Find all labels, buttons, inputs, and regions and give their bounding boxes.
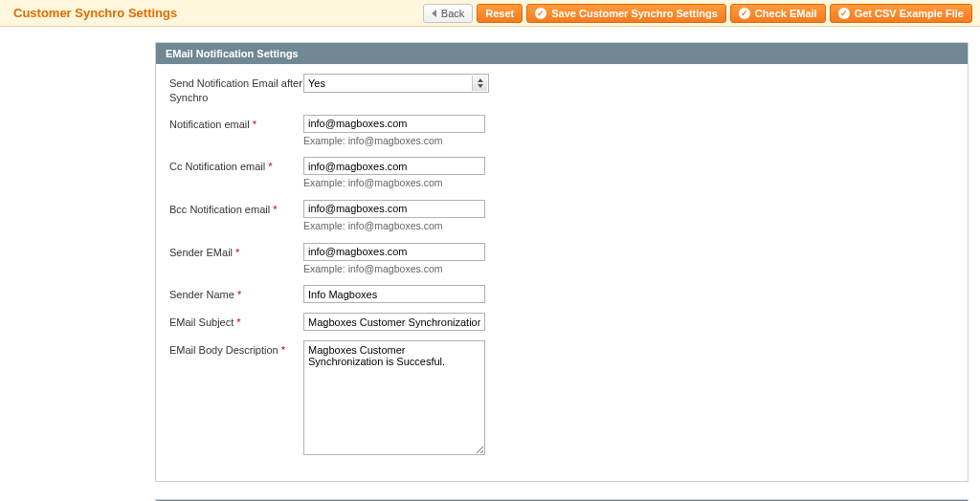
check-email-button[interactable]: ✓ Check EMail	[730, 4, 826, 23]
row-sender-name: Sender Name *	[169, 285, 954, 303]
email-notification-panel: EMail Notification Settings Send Notific…	[155, 42, 969, 482]
row-body: EMail Body Description *	[169, 340, 954, 458]
label-sender-name: Sender Name	[169, 289, 234, 300]
reset-button[interactable]: Reset	[477, 4, 523, 23]
content-area: EMail Notification Settings Send Notific…	[155, 27, 969, 501]
row-subject: EMail Subject *	[169, 313, 954, 331]
save-button-label: Save Customer Synchro Settings	[551, 8, 718, 19]
required-icon: *	[237, 289, 241, 300]
reset-button-label: Reset	[485, 8, 514, 19]
label-subject: EMail Subject	[169, 316, 234, 328]
email-panel-body: Send Notification Email after Synchro Ye…	[156, 64, 968, 481]
back-button-label: Back	[441, 8, 464, 19]
label-cc-email: Cc Notification email	[169, 161, 265, 172]
hint-sender-email: Example: info@magboxes.com	[303, 263, 686, 276]
back-button[interactable]: Back	[423, 4, 473, 23]
get-csv-button[interactable]: ✓ Get CSV Example File	[830, 4, 972, 23]
label-body: EMail Body Description	[169, 344, 278, 356]
row-sender-email: Sender EMail * Example: info@magboxes.co…	[169, 243, 954, 276]
required-icon: *	[281, 344, 285, 356]
label-bcc-email: Bcc Notification email	[169, 204, 270, 215]
get-csv-button-label: Get CSV Example File	[855, 8, 964, 19]
required-icon: *	[273, 204, 277, 215]
back-arrow-icon	[432, 10, 436, 17]
label-send-after: Send Notification Email after Synchro	[169, 74, 303, 105]
label-notification-email: Notification email	[169, 119, 250, 130]
input-subject[interactable]	[303, 313, 485, 331]
label-sender-email: Sender EMail	[169, 247, 233, 258]
hint-notification-email: Example: info@magboxes.com	[303, 135, 686, 148]
row-send-after: Send Notification Email after Synchro Ye…	[169, 74, 954, 105]
check-icon: ✓	[838, 8, 850, 19]
required-icon: *	[268, 161, 272, 172]
top-toolbar: Customer Synchro Settings Back Reset ✓ S…	[0, 0, 980, 27]
check-icon: ✓	[535, 8, 546, 19]
input-bcc-email[interactable]	[303, 200, 485, 218]
input-sender-email[interactable]	[303, 243, 485, 261]
select-send-after[interactable]: Yes	[303, 74, 489, 93]
input-notification-email[interactable]	[303, 115, 485, 133]
select-send-after-control[interactable]: Yes	[303, 74, 489, 93]
hint-bcc-email: Example: info@magboxes.com	[303, 220, 686, 233]
hint-cc-email: Example: info@magboxes.com	[303, 177, 686, 190]
required-icon: *	[235, 247, 239, 258]
email-panel-title: EMail Notification Settings	[156, 43, 968, 64]
row-bcc-email: Bcc Notification email * Example: info@m…	[169, 200, 954, 233]
save-button[interactable]: ✓ Save Customer Synchro Settings	[526, 4, 726, 23]
input-cc-email[interactable]	[303, 157, 485, 175]
row-cc-email: Cc Notification email * Example: info@ma…	[169, 157, 954, 190]
textarea-body[interactable]	[303, 340, 485, 455]
required-icon: *	[236, 316, 240, 328]
required-icon: *	[253, 119, 256, 130]
page-title: Customer Synchro Settings	[8, 6, 177, 20]
check-icon: ✓	[739, 8, 750, 19]
row-notification-email: Notification email * Example: info@magbo…	[169, 115, 954, 148]
input-sender-name[interactable]	[303, 285, 485, 303]
check-email-button-label: Check EMail	[755, 8, 817, 19]
